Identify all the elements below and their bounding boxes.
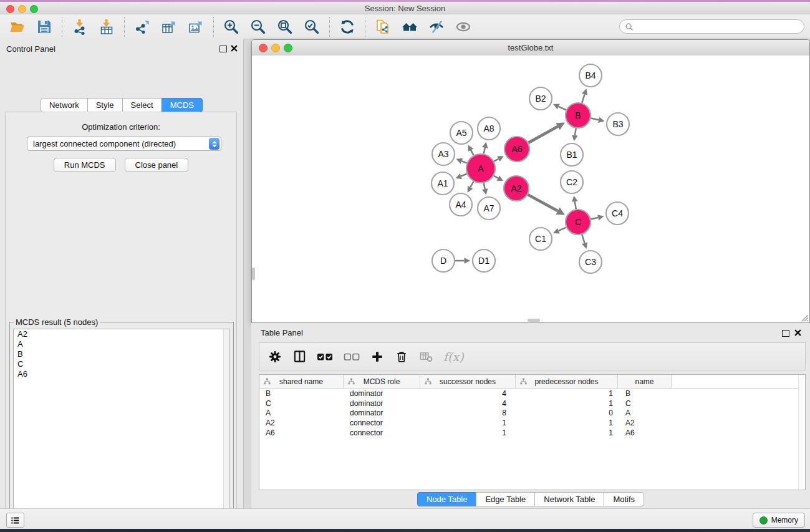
cell-mcds-role[interactable]: connector [344, 428, 420, 437]
delete-button[interactable] [395, 349, 408, 364]
graph-node-B[interactable]: B [566, 103, 591, 128]
run-mcds-button[interactable]: Run MCDS [54, 158, 116, 172]
vertical-scroll-indicator[interactable] [252, 268, 255, 280]
cell-name[interactable]: A6 [618, 428, 672, 437]
table-row[interactable]: A6connector11A6 [259, 428, 805, 438]
export-table-button[interactable] [160, 18, 178, 36]
column-header-predecessor-nodes[interactable]: predecessor nodes [516, 375, 618, 388]
export-network-button[interactable] [133, 18, 151, 36]
result-list-item[interactable]: B [14, 349, 229, 359]
result-list-item[interactable]: A2 [14, 329, 229, 339]
graph-node-A[interactable]: A [466, 154, 495, 183]
graph-edge-A-A4[interactable] [470, 181, 473, 187]
graph-edge-B-B2[interactable] [559, 107, 566, 110]
graph-node-A2[interactable]: A2 [504, 176, 529, 201]
close-panel-icon[interactable] [231, 45, 238, 52]
network-canvas[interactable]: B4B2BB3A8A5A6A3B1AC2A1A2A4A7C4CC1DD1C3 [252, 56, 809, 322]
graph-node-A4[interactable]: A4 [450, 193, 472, 216]
cell-name[interactable]: A2 [618, 418, 672, 427]
tab-style[interactable]: Style [87, 98, 123, 112]
gear-button[interactable] [268, 349, 282, 364]
column-header-mcds-role[interactable]: MCDS role [344, 375, 420, 388]
columns-button[interactable] [292, 349, 306, 364]
cell-predecessor-nodes[interactable]: 1 [516, 389, 618, 398]
graph-node-C1[interactable]: C1 [529, 228, 552, 250]
result-list-item[interactable]: A [14, 339, 229, 349]
zoom-selected-button[interactable] [303, 18, 321, 36]
graph-edge-C-C2[interactable] [575, 201, 576, 209]
result-list-scrollbar[interactable] [223, 329, 229, 532]
cell-shared-name[interactable]: C [259, 399, 344, 408]
graph-node-B1[interactable]: B1 [561, 143, 583, 166]
refresh-button[interactable] [339, 18, 356, 36]
cell-successor-nodes[interactable]: 4 [420, 399, 516, 408]
graph-edge-A-A8[interactable] [484, 148, 485, 154]
graph-edge-A6-B[interactable] [528, 127, 557, 143]
task-history-button[interactable] [6, 513, 24, 528]
cell-name[interactable]: A [618, 409, 672, 417]
graph-edge-A-A3[interactable] [461, 161, 466, 163]
tab-mcds[interactable]: MCDS [162, 98, 203, 112]
graph-node-A6[interactable]: A6 [504, 137, 529, 162]
graph-node-B2[interactable]: B2 [529, 87, 552, 110]
table-row[interactable]: Cdominator41C [259, 399, 805, 409]
graph-edge-A-A7[interactable] [484, 183, 485, 190]
cell-predecessor-nodes[interactable]: 1 [516, 399, 618, 408]
export-image-button[interactable] [187, 18, 205, 36]
graph-edge-B-B3[interactable] [591, 118, 599, 120]
tab-network[interactable]: Network [41, 98, 88, 112]
criterion-dropdown[interactable]: largest connected component (directed) [27, 137, 221, 151]
resize-grip-icon[interactable] [800, 313, 809, 322]
graph-node-C4[interactable]: C4 [606, 202, 629, 225]
graph-node-B3[interactable]: B3 [607, 113, 629, 135]
zoom-out-button[interactable] [249, 18, 267, 36]
graph-node-A7[interactable]: A7 [478, 197, 500, 220]
cell-shared-name[interactable]: A6 [259, 428, 344, 437]
network-graph[interactable]: B4B2BB3A8A5A6A3B1AC2A1A2A4A7C4CC1DD1C3 [252, 56, 809, 322]
deselect-all-button[interactable] [344, 349, 360, 364]
horizontal-scroll-indicator[interactable] [528, 319, 540, 322]
cell-mcds-role[interactable]: dominator [344, 399, 420, 408]
result-list-item[interactable]: C [14, 359, 229, 369]
column-header-name[interactable]: name [618, 375, 672, 388]
graph-node-A5[interactable]: A5 [450, 122, 473, 144]
graph-edge-B-B4[interactable] [582, 94, 584, 103]
tab-network-table[interactable]: Network Table [534, 492, 604, 506]
cell-predecessor-nodes[interactable]: 1 [516, 428, 618, 437]
clone-network-button[interactable] [374, 18, 392, 36]
close-panel-button[interactable]: Close panel [125, 158, 189, 172]
column-header-successor-nodes[interactable]: successor nodes [420, 375, 516, 388]
graph-node-D[interactable]: D [432, 249, 455, 272]
result-list-item[interactable]: A6 [14, 369, 229, 379]
table-row[interactable]: Bdominator41B [259, 389, 805, 399]
cell-shared-name[interactable]: A2 [259, 418, 344, 427]
cell-mcds-role[interactable]: dominator [344, 409, 420, 417]
search-input[interactable] [637, 22, 799, 32]
zoom-in-button[interactable] [223, 18, 240, 36]
float-panel-icon[interactable] [219, 46, 227, 52]
home-button[interactable] [401, 18, 418, 36]
graph-edge-A-A2[interactable] [494, 176, 498, 178]
graph-edge-A-A6[interactable] [494, 159, 498, 162]
graph-edge-A-A5[interactable] [471, 150, 473, 155]
cell-name[interactable]: B [618, 389, 672, 398]
search-box[interactable] [619, 19, 804, 34]
cell-name[interactable]: C [618, 399, 672, 408]
tab-edge-table[interactable]: Edge Table [476, 492, 535, 506]
cell-shared-name[interactable]: A [259, 409, 344, 417]
graph-node-C2[interactable]: C2 [561, 171, 583, 193]
cell-successor-nodes[interactable]: 1 [420, 418, 516, 427]
graph-edge-A2-C[interactable] [528, 195, 557, 211]
add-button[interactable] [370, 349, 384, 364]
memory-button[interactable]: Memory [753, 513, 805, 528]
graph-node-B4[interactable]: B4 [579, 64, 602, 87]
graph-edge-A-A1[interactable] [461, 174, 466, 177]
cell-predecessor-nodes[interactable]: 0 [516, 409, 618, 417]
hide-details-button[interactable] [428, 18, 445, 36]
column-header-shared-name[interactable]: shared name [259, 375, 344, 388]
tab-motifs[interactable]: Motifs [604, 492, 644, 506]
graph-edge-C-C3[interactable] [582, 235, 584, 243]
table-float-panel-icon[interactable] [782, 330, 789, 337]
open-folder-button[interactable] [9, 18, 26, 36]
cell-successor-nodes[interactable]: 8 [420, 409, 516, 417]
